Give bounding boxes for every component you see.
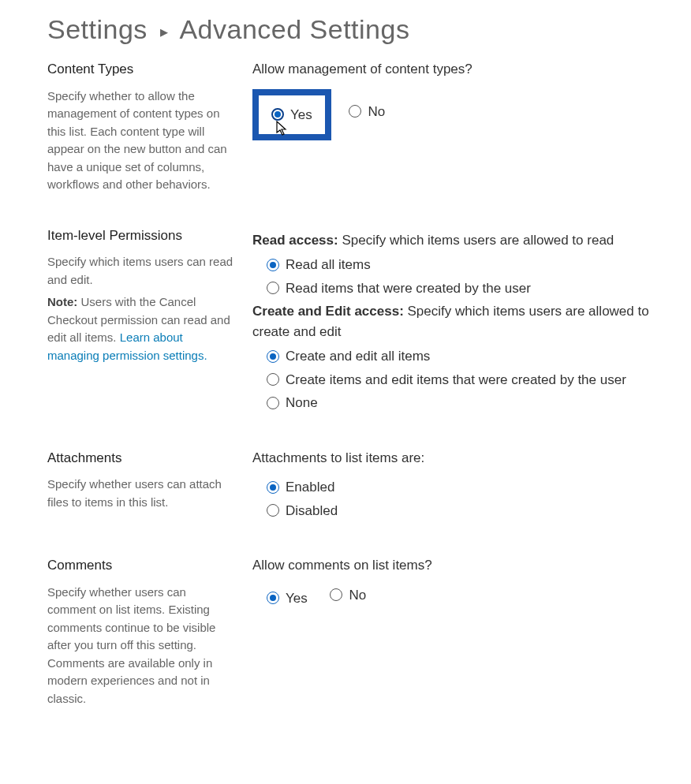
read-access-label: Read access: (252, 233, 338, 248)
content-types-desc: Specify whether to allow the management … (47, 88, 233, 194)
content-types-yes-option[interactable]: Yes (252, 89, 331, 141)
comments-desc: Specify whether users can comment on lis… (47, 584, 233, 708)
attachments-enabled-label: Enabled (286, 477, 334, 498)
attachments-disabled-label: Disabled (286, 501, 338, 521)
attachments-question: Attachments to list items are: (252, 448, 659, 469)
comments-title: Comments (47, 555, 233, 576)
edit-access-label: Create and Edit access: (252, 304, 404, 319)
note-label: Note: (47, 295, 77, 308)
comments-no-option[interactable]: No (330, 585, 366, 606)
radio-icon (267, 259, 279, 271)
edit-own-option[interactable]: Create items and edit items that were cr… (267, 370, 659, 390)
section-content-types: Content Types Specify whether to allow t… (47, 51, 659, 218)
comments-no-label: No (349, 585, 366, 606)
comments-yes-option[interactable]: Yes (267, 588, 308, 609)
attachments-desc: Specify whether users can attach files t… (47, 476, 233, 511)
radio-icon (267, 481, 279, 494)
chevron-right-icon: ▸ (160, 22, 169, 41)
attachments-enabled-option[interactable]: Enabled (267, 477, 659, 498)
content-types-yes-label: Yes (290, 105, 312, 125)
breadcrumb-parent[interactable]: Settings (47, 14, 148, 44)
section-item-permissions: Item-level Permissions Specify which ite… (47, 218, 659, 440)
cursor-icon (276, 119, 290, 143)
edit-none-label: None (286, 393, 318, 413)
item-perms-note: Note: Users with the Cancel Checkout per… (47, 293, 233, 364)
section-attachments: Attachments Specify whether users can at… (47, 440, 659, 548)
edit-all-label: Create and edit all items (286, 346, 430, 367)
read-all-option[interactable]: Read all items (267, 255, 659, 275)
read-access-line: Read access: Specify which items users a… (252, 230, 659, 251)
attachments-title: Attachments (47, 448, 233, 469)
radio-icon (267, 282, 279, 294)
comments-question: Allow comments on list items? (252, 555, 659, 576)
item-perms-title: Item-level Permissions (47, 226, 233, 246)
comments-yes-label: Yes (286, 588, 308, 609)
read-access-desc: Specify which items users are allowed to… (338, 233, 614, 248)
radio-icon (349, 105, 361, 118)
radio-icon (267, 373, 279, 386)
edit-own-label: Create items and edit items that were cr… (286, 370, 626, 390)
section-comments: Comments Specify whether users can comme… (47, 547, 659, 731)
read-own-option[interactable]: Read items that were created by the user (267, 278, 659, 299)
content-types-question: Allow management of content types? (252, 59, 659, 80)
radio-icon (267, 504, 279, 517)
radio-icon (267, 592, 279, 604)
content-types-no-label: No (368, 102, 385, 122)
radio-icon (330, 588, 342, 601)
radio-icon (271, 108, 284, 121)
read-all-label: Read all items (286, 255, 371, 275)
breadcrumb-current: Advanced Settings (179, 14, 409, 44)
attachments-disabled-option[interactable]: Disabled (267, 501, 659, 521)
content-types-no-option[interactable]: No (349, 102, 385, 122)
edit-access-line: Create and Edit access: Specify which it… (252, 301, 659, 342)
edit-all-option[interactable]: Create and edit all items (267, 346, 659, 367)
edit-none-option[interactable]: None (267, 393, 659, 413)
read-own-label: Read items that were created by the user (286, 278, 531, 299)
breadcrumb: Settings ▸ Advanced Settings (47, 0, 659, 51)
item-perms-desc: Specify which items users can read and e… (47, 253, 233, 289)
radio-icon (267, 397, 279, 409)
content-types-title: Content Types (47, 59, 233, 80)
radio-icon (267, 350, 279, 363)
